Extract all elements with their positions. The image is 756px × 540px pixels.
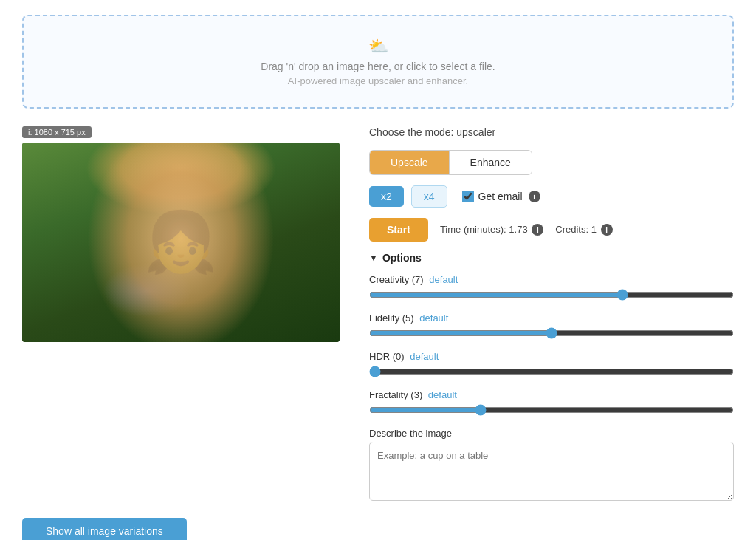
image-preview: [22, 143, 340, 342]
upload-icon: ⛅: [368, 37, 388, 56]
mode-upscale-button[interactable]: Upscale: [370, 151, 449, 174]
left-panel: i: 1080 x 715 px: [22, 126, 340, 342]
drop-zone[interactable]: ⛅ Drag 'n' drop an image here, or click …: [22, 15, 734, 109]
start-button[interactable]: Start: [369, 218, 428, 242]
describe-label: Describe the image: [369, 428, 734, 439]
options-body: Creativity (7) default Fidelity (5) defa…: [369, 274, 734, 503]
start-row: Start Time (minutes): 1.73 i Credits: 1 …: [369, 218, 734, 242]
time-info: Time (minutes): 1.73 i: [440, 224, 543, 236]
scale-x2-button[interactable]: x2: [369, 186, 404, 207]
email-checkbox[interactable]: [462, 191, 474, 202]
options-toggle[interactable]: ▼ Options: [369, 252, 734, 264]
hdr-slider[interactable]: [369, 366, 734, 377]
fractality-slider[interactable]: [369, 404, 734, 416]
drop-zone-primary-text: Drag 'n' drop an image here, or click to…: [261, 61, 495, 72]
options-label: Options: [382, 252, 422, 264]
hdr-label: HDR (0) default: [369, 351, 734, 362]
time-info-icon[interactable]: i: [532, 224, 543, 236]
fractality-slider-group: Fractality (3) default: [369, 389, 734, 416]
creativity-label: Creativity (7) default: [369, 274, 734, 285]
chevron-down-icon: ▼: [369, 253, 378, 263]
email-label: Get email: [478, 191, 523, 202]
fidelity-default-link[interactable]: default: [419, 312, 448, 324]
fidelity-label: Fidelity (5) default: [369, 312, 734, 324]
email-info-icon[interactable]: i: [529, 191, 540, 202]
hdr-slider-group: HDR (0) default: [369, 351, 734, 377]
creativity-slider[interactable]: [369, 289, 734, 301]
scale-row: x2 x4 Get email i: [369, 185, 734, 208]
fractality-default-link[interactable]: default: [428, 389, 457, 400]
fractality-label: Fractality (3) default: [369, 389, 734, 400]
bottom-bar: Show all image variations: [22, 518, 734, 540]
drop-zone-secondary-text: AI-powered image upscaler and enhancer.: [288, 75, 468, 86]
creativity-slider-group: Creativity (7) default: [369, 274, 734, 301]
fidelity-slider[interactable]: [369, 327, 734, 339]
describe-textarea[interactable]: [369, 442, 734, 501]
mode-enhance-button[interactable]: Enhance: [449, 151, 532, 174]
scale-x4-button[interactable]: x4: [411, 185, 447, 208]
credits-info-icon[interactable]: i: [601, 224, 613, 236]
image-badge: i: 1080 x 715 px: [22, 126, 92, 138]
email-check-group: Get email i: [462, 191, 540, 202]
mode-label: Choose the mode: upscaler: [369, 126, 734, 138]
hdr-default-link[interactable]: default: [410, 351, 439, 362]
right-panel: Choose the mode: upscaler Upscale Enhanc…: [369, 126, 734, 503]
creativity-default-link[interactable]: default: [429, 274, 458, 285]
main-content: i: 1080 x 715 px Choose the mode: upscal…: [22, 126, 734, 503]
mode-toggle: Upscale Enhance: [369, 150, 532, 175]
describe-group: Describe the image: [369, 428, 734, 503]
credits-info: Credits: 1 i: [555, 224, 612, 236]
show-variations-button[interactable]: Show all image variations: [22, 518, 187, 540]
fidelity-slider-group: Fidelity (5) default: [369, 312, 734, 339]
